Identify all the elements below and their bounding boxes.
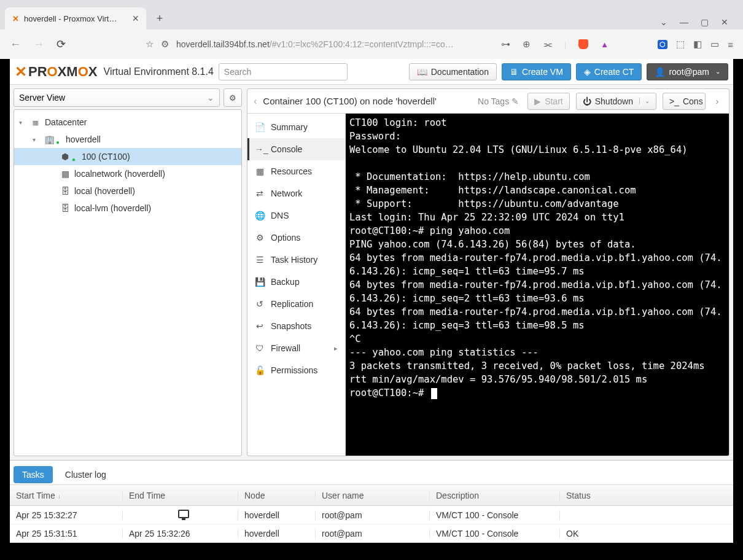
subnav-options[interactable]: ⚙Options [247,227,345,249]
tree-item[interactable]: ▾≣Datacenter [14,114,241,131]
col-user[interactable]: User name [316,491,430,500]
tree-label: local-lvm (hoverdell) [74,203,151,213]
key-icon[interactable]: ⊶ [501,39,510,50]
browser-chrome: ✕ hoverdell - Proxmox Virt… × + ⌄ — ▢ ✕ … [0,0,743,59]
close-window-icon[interactable]: ✕ [721,17,728,27]
content-panel: ‹ Container 100 (CT100) on node 'hoverde… [247,88,729,456]
tree-label: localnetwork (hoverdell) [74,169,165,179]
brave-rewards-icon[interactable]: ▲ [601,40,609,49]
nav-label: Network [271,189,302,198]
console-terminal[interactable]: CT100 login: root Password: Welcome to U… [346,114,729,456]
tree-item[interactable]: 🗄local (hoverdell) [14,182,241,200]
minimize-icon[interactable]: — [680,17,688,27]
subnav-network[interactable]: ⇄Network [247,182,345,204]
reload-button[interactable]: ⟳ [56,37,66,51]
nav-label: Backup [271,277,300,287]
content-title: Container 100 (CT100) on node 'hoverdell… [263,96,437,106]
site-settings-icon[interactable]: ⚙ [161,39,169,50]
bookmark-icon[interactable]: ☆ [146,39,154,50]
documentation-button[interactable]: 📖 Documentation [409,63,497,80]
tree-item[interactable]: ▦localnetwork (hoverdell) [14,165,241,182]
col-node[interactable]: Node [238,491,316,500]
grid-icon: ▦ [60,169,71,179]
cube-icon: ◈ [584,67,591,77]
tab-close-icon[interactable]: × [132,12,139,25]
col-end-time[interactable]: End Time [123,491,238,500]
nav-icon: ⚙ [255,233,265,243]
expand-icon[interactable]: ▾ [19,119,26,126]
browser-tab[interactable]: ✕ hoverdell - Proxmox Virt… × [5,7,146,29]
window-controls: ⌄ — ▢ ✕ [660,17,738,27]
chevron-right-icon: ▸ [334,344,338,352]
task-row[interactable]: Apr 25 15:32:27hoverdellroot@pamVM/CT 10… [10,506,733,524]
nav-label: Snapshots [271,321,311,331]
brave-shield-icon[interactable] [578,39,588,49]
shutdown-button[interactable]: ⏻ Shutdown ⌄ [576,93,656,110]
subnav-resources[interactable]: ▦Resources [247,160,345,182]
maximize-icon[interactable]: ▢ [701,17,709,27]
more-actions-icon[interactable]: › [712,96,723,106]
chevron-down-icon[interactable]: ⌄ [639,98,650,104]
tree-item[interactable]: ▾🏢●hoverdell [14,131,241,148]
col-description[interactable]: Description [430,491,560,500]
chevron-down-icon[interactable]: ⌄ [660,17,667,27]
cell-end: Apr 25 15:32:26 [123,529,238,539]
back-button[interactable]: ← [10,38,21,51]
subnav-summary[interactable]: 📄Summary [247,116,345,138]
resource-tree: ▾≣Datacenter▾🏢●hoverdell⬢●100 (CT100)▦lo… [14,109,242,456]
zoom-icon[interactable]: ⊕ [523,39,531,50]
tab-cluster-log[interactable]: Cluster log [56,466,115,483]
wallet-icon[interactable]: ▭ [710,39,719,50]
subnav-firewall[interactable]: 🛡Firewall▸ [247,337,345,359]
edit-tags-icon[interactable]: ✎ [512,96,519,106]
cell-desc: VM/CT 100 - Console [430,529,560,539]
tab-bar: ✕ hoverdell - Proxmox Virt… × + ⌄ — ▢ ✕ [0,0,743,29]
subnav-snapshots[interactable]: ↩Snapshots [247,315,345,337]
col-status[interactable]: Status [560,491,733,500]
tree-item[interactable]: 🗄local-lvm (hoverdell) [14,200,241,217]
content-toolbar: ‹ Container 100 (CT100) on node 'hoverde… [247,89,729,114]
subnav-dns[interactable]: 🌐DNS [247,204,345,227]
view-selector[interactable]: Server View ⌄ [14,88,220,107]
content-body: 📄Summary→_Console▦Resources⇄Network🌐DNS⚙… [247,114,729,456]
console-button[interactable]: >_ Cons [663,93,706,110]
settings-button[interactable]: ⚙ [224,88,242,107]
expand-icon[interactable]: ▾ [33,136,40,143]
create-ct-button[interactable]: ◈ Create CT [576,63,642,80]
start-button[interactable]: ▶ Start [527,93,570,110]
col-start-time[interactable]: Start Time↓ [10,491,123,500]
nav-label: Replication [271,299,313,309]
grid-header: Start Time↓ End Time Node User name Desc… [10,485,733,506]
console-label: Cons [683,96,703,106]
task-row[interactable]: Apr 25 15:31:51Apr 25 15:32:26hoverdellr… [10,524,733,543]
server-icon: ≣ [30,117,41,127]
nav-label: Resources [271,166,312,176]
search-input[interactable]: Search [219,63,348,80]
extensions-icon[interactable]: ⬚ [676,39,685,50]
tab-tasks[interactable]: Tasks [14,466,53,483]
subnav-permissions[interactable]: 🔓Permissions [247,359,345,381]
subnav-backup[interactable]: 💾Backup [247,271,345,293]
view-label: Server View [19,93,65,103]
sub-nav: 📄Summary→_Console▦Resources⇄Network🌐DNS⚙… [247,114,346,456]
new-tab-button[interactable]: + [151,10,168,27]
tags-area[interactable]: No Tags ✎ [478,96,519,106]
bitwarden-icon[interactable]: ⬡ [658,40,667,49]
subnav-replication[interactable]: ↺Replication [247,293,345,315]
cell-status: OK [560,529,733,539]
subnav-task-history[interactable]: ☰Task History [247,249,345,271]
user-menu-button[interactable]: 👤 root@pam ⌄ [647,63,728,80]
breadcrumb-back-icon[interactable]: ‹ [254,96,257,107]
sidepanel-icon[interactable]: ◧ [693,39,702,50]
bottom-panel: Tasks Cluster log Start Time↓ End Time N… [10,460,733,543]
url-display[interactable]: hoverdell.tail394bf.ts.net/#v1:0:=lxc%2F… [176,39,454,49]
tree-item[interactable]: ⬢●100 (CT100) [14,148,241,165]
app-menu-icon[interactable]: ≡ [728,39,733,50]
tasks-grid: Start Time↓ End Time Node User name Desc… [10,485,733,543]
chevron-down-icon: ⌄ [715,68,720,75]
subnav-console[interactable]: →_Console [247,138,345,160]
share-icon[interactable]: ⫘ [543,39,552,50]
create-vm-button[interactable]: 🖥 Create VM [502,63,571,80]
play-icon: ▶ [534,96,541,106]
proxmox-logo[interactable]: ✕PROXMOX [15,63,98,80]
